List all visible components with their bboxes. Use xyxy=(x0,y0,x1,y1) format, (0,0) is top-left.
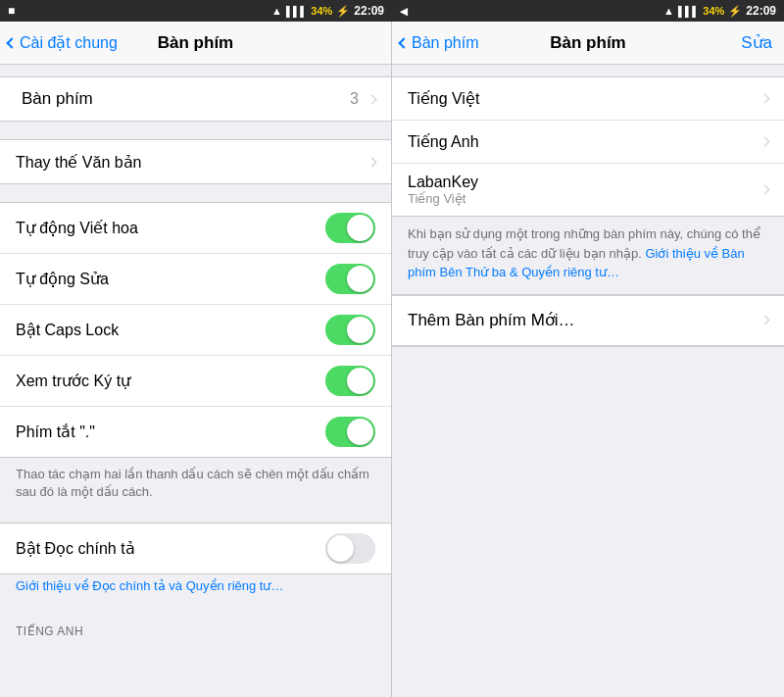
footer-text: Thao tác chạm hai lần thanh dấu cách sẽ … xyxy=(0,458,391,505)
bat-caps-lock-toggle[interactable] xyxy=(325,315,375,345)
lightning-icon-left: ⚡ xyxy=(336,5,350,18)
doc-link[interactable]: Giới thiệu về Đọc chính tả và Quyền riên… xyxy=(0,574,391,601)
nav-action-right[interactable]: Sửa xyxy=(741,32,772,53)
battery-pct-left: 34% xyxy=(311,5,332,17)
chevron-right-icon xyxy=(368,94,377,104)
back-label-right: Bàn phím xyxy=(412,34,478,52)
add-keyboard-label: Thêm Bàn phím Mới… xyxy=(408,310,758,330)
toggles-body: Tự động Viết hoa Tự động Sửa xyxy=(0,202,391,458)
windows-icon: ■ xyxy=(8,4,15,18)
xem-truoc-toggle[interactable] xyxy=(325,366,375,396)
add-keyboard-body: Thêm Bàn phím Mới… xyxy=(392,298,784,343)
chevron-tieng-anh xyxy=(760,137,770,147)
nav-title-left: Bàn phím xyxy=(158,33,233,53)
ban-phim-label: Bàn phím xyxy=(16,87,350,111)
keyboards-section: Tiếng Việt Tiếng Anh LabanKey Tiếng Việt xyxy=(392,76,784,217)
ban-phim-section: Bàn phím 3 xyxy=(0,76,391,122)
toggle-knob-4 xyxy=(347,368,373,394)
chevron-add-keyboard xyxy=(760,316,770,325)
back-label-left: Cài đặt chung xyxy=(20,33,118,52)
back-button-right[interactable]: Bàn phím xyxy=(400,34,478,52)
ban-phim-section-body: Bàn phím 3 xyxy=(0,76,391,122)
chevron-labankey xyxy=(760,185,770,195)
toggle-knob-3 xyxy=(347,317,373,343)
doc-chinh-ta-label: Bật Đọc chính tả xyxy=(16,539,325,558)
tu-dong-viet-hoa-label: Tự động Viết hoa xyxy=(16,219,325,237)
bat-caps-lock-row[interactable]: Bật Caps Lock xyxy=(0,305,391,356)
xem-truoc-ky-tu-label: Xem trước Ký tự xyxy=(16,372,325,390)
toggle-knob-6 xyxy=(327,535,354,562)
tieng-anh-label: Tiếng Anh xyxy=(408,132,758,151)
tieng-anh-row[interactable]: Tiếng Anh xyxy=(392,121,784,164)
labankey-sub-label: Tiếng Việt xyxy=(408,191,758,206)
phim-tat-label: Phím tắt "." xyxy=(16,423,325,441)
chevron-right-icon-2 xyxy=(368,157,377,167)
toggle-knob xyxy=(347,215,373,241)
wifi-icon-left: ▲ xyxy=(271,5,282,17)
chevron-left-icon-right xyxy=(398,37,409,48)
signal-icon-left: ▌▌▌ xyxy=(286,6,307,17)
labankey-label: LabanKey Tiếng Việt xyxy=(408,174,758,206)
add-keyboard-section: Thêm Bàn phím Mới… xyxy=(392,298,784,343)
chevron-left-icon xyxy=(6,37,17,48)
toggles-section: Tự động Viết hoa Tự động Sửa xyxy=(0,202,391,458)
keyboards-body: Tiếng Việt Tiếng Anh LabanKey Tiếng Việt xyxy=(392,76,784,217)
status-bar: ■ ▲ ▌▌▌ 34% ⚡ 22:09 ◀ ▲ ▌▌▌ 34% ⚡ 22:09 xyxy=(0,0,784,22)
time-left: 22:09 xyxy=(354,4,384,18)
ban-phim-value: 3 xyxy=(350,90,359,108)
labankey-row[interactable]: LabanKey Tiếng Việt xyxy=(392,164,784,216)
thay-the-van-ban-row[interactable]: Thay thế Văn bản xyxy=(0,140,391,183)
doc-chinh-ta-toggle[interactable] xyxy=(325,533,375,564)
lightning-icon-right: ⚡ xyxy=(728,5,742,18)
xem-truoc-ky-tu-row[interactable]: Xem trước Ký tự xyxy=(0,356,391,407)
tu-dong-sua-row[interactable]: Tự động Sửa xyxy=(0,254,391,305)
keyboard-info-text: Khi bạn sử dụng một trong những bàn phím… xyxy=(392,217,784,290)
add-keyboard-row[interactable]: Thêm Bàn phím Mới… xyxy=(392,299,784,342)
left-panel: Cài đặt chung Bàn phím Bàn phím 3 xyxy=(0,22,392,697)
phim-tat-toggle[interactable] xyxy=(325,417,375,447)
right-panel: Bàn phím Bàn phím Sửa Tiếng Việt Tiếng xyxy=(392,22,784,697)
thay-the-body: Thay thế Văn bản xyxy=(0,139,391,184)
bat-caps-lock-label: Bật Caps Lock xyxy=(16,321,325,339)
tu-dong-viet-hoa-toggle[interactable] xyxy=(325,213,375,243)
toggle-knob-5 xyxy=(347,419,373,445)
chevron-tieng-viet xyxy=(760,94,770,104)
signal-icon-right: ◀ xyxy=(400,6,408,17)
toggle-knob-2 xyxy=(347,266,373,292)
doc-chinh-ta-row[interactable]: Bật Đọc chính tả xyxy=(0,523,391,573)
tu-dong-viet-hoa-row[interactable]: Tự động Viết hoa xyxy=(0,203,391,254)
tieng-viet-label: Tiếng Việt xyxy=(408,89,758,108)
battery-pct-right: 34% xyxy=(703,5,724,17)
left-nav-bar: Cài đặt chung Bàn phím xyxy=(0,22,391,65)
tu-dong-sua-toggle[interactable] xyxy=(325,264,375,294)
back-button-left[interactable]: Cài đặt chung xyxy=(8,33,118,52)
ban-phim-row[interactable]: Bàn phím 3 xyxy=(0,77,391,121)
wifi-icon-right: ▲ xyxy=(663,5,674,17)
tu-dong-sua-label: Tự động Sửa xyxy=(16,270,325,288)
thay-the-label: Thay thế Văn bản xyxy=(16,153,365,172)
nav-title-right: Bàn phím xyxy=(550,33,625,53)
tieng-anh-header: TIẾNG ANH xyxy=(0,619,391,642)
phim-tat-row[interactable]: Phím tắt "." xyxy=(0,407,391,457)
time-right: 22:09 xyxy=(746,4,776,18)
thay-the-section: Thay thế Văn bản xyxy=(0,139,391,184)
tieng-viet-row[interactable]: Tiếng Việt xyxy=(392,77,784,121)
right-nav-bar: Bàn phím Bàn phím Sửa xyxy=(392,22,784,65)
doc-chinh-ta-section: Bật Đọc chính tả xyxy=(0,523,391,574)
left-content: Bàn phím 3 Thay thế Văn bản xyxy=(0,65,391,697)
right-content: Tiếng Việt Tiếng Anh LabanKey Tiếng Việt xyxy=(392,65,784,697)
doc-chinh-ta-body: Bật Đọc chính tả xyxy=(0,523,391,574)
signal-bars-right: ▌▌▌ xyxy=(678,6,699,17)
